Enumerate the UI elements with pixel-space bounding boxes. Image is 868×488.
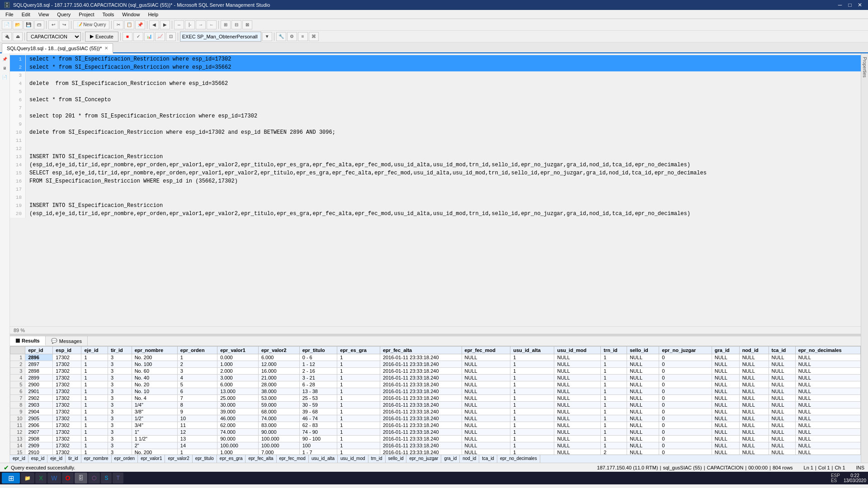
editor-line-8[interactable]: 8select top 201 * from SI_Especificacion… bbox=[10, 112, 861, 120]
editor-line-2[interactable]: 2select * from SI_Especificacion_Restric… bbox=[10, 63, 861, 71]
col-header-epr_fec_mod: epr_fec_mod bbox=[462, 347, 510, 354]
code-editor[interactable]: 1select * from SI_Especificacion_Restric… bbox=[10, 53, 861, 326]
taskbar-excel[interactable]: X bbox=[35, 473, 47, 483]
editor-line-13[interactable]: 13INSERT INTO SI_Especificacion_Restricc… bbox=[10, 153, 861, 161]
save-all-button[interactable]: 🗃 bbox=[34, 20, 44, 29]
back-button[interactable]: ◀ bbox=[149, 20, 159, 29]
cut-button[interactable]: ✂ bbox=[113, 20, 123, 29]
undo-button[interactable]: ↩ bbox=[48, 20, 58, 29]
save-button[interactable]: 💾 bbox=[24, 20, 33, 29]
table-row[interactable]: 629011730213No. 10613.00038.00013 - 3812… bbox=[10, 388, 861, 395]
table-row[interactable]: 10290517302131/2"1046.00074.00046 - 7412… bbox=[10, 415, 861, 422]
open-button[interactable]: 📂 bbox=[13, 20, 23, 29]
menu-window[interactable]: Window bbox=[118, 11, 143, 18]
menu-query[interactable]: Query bbox=[53, 11, 74, 18]
misc2-button1[interactable]: 🔧 bbox=[276, 32, 286, 41]
table-row[interactable]: 428991730213No. 4043.00021.0003 - 211201… bbox=[10, 375, 861, 381]
table-row[interactable]: 1529101730213No. 20011.0007.0001 - 71201… bbox=[10, 449, 861, 455]
outdent-button[interactable]: ← bbox=[207, 20, 217, 29]
editor-line-15[interactable]: 15SELECT esp_id,eje_id,tir_id,epr_nombre… bbox=[10, 169, 861, 177]
table-row[interactable]: 12290717302131"1274.00090.00074 - 901201… bbox=[10, 429, 861, 436]
sidebar-template[interactable]: 📄 bbox=[1, 73, 9, 81]
new-query-button[interactable]: 📝 New Query bbox=[73, 20, 109, 29]
editor-line-18[interactable]: 18 bbox=[10, 193, 861, 202]
exec-combo-input[interactable] bbox=[180, 32, 261, 42]
stop-button[interactable]: ■ bbox=[123, 32, 132, 41]
properties-panel[interactable]: Properties bbox=[861, 53, 868, 463]
redo-button[interactable]: ↪ bbox=[59, 20, 69, 29]
maximize-button[interactable]: □ bbox=[845, 1, 854, 9]
table-row[interactable]: 128961730213No. 20010.0006.0000 - 612016… bbox=[10, 354, 861, 361]
misc-button1[interactable]: ⊞ bbox=[221, 20, 231, 29]
editor-line-3[interactable]: 3 bbox=[10, 71, 861, 80]
taskbar-teams[interactable]: T bbox=[113, 473, 123, 483]
forward-button[interactable]: ▶ bbox=[160, 20, 170, 29]
editor-line-6[interactable]: 6select * from SI_Concepto bbox=[10, 96, 861, 104]
table-row[interactable]: 8290317302131/4"830.00059.00030 - 591201… bbox=[10, 402, 861, 408]
menu-view[interactable]: View bbox=[35, 11, 53, 18]
paste-button[interactable]: 📌 bbox=[135, 20, 145, 29]
connect-button[interactable]: 🔌 bbox=[2, 32, 12, 41]
taskbar-ssms[interactable]: 🗄 bbox=[75, 473, 87, 483]
editor-line-12[interactable]: 12 bbox=[10, 145, 861, 153]
comment-button[interactable]: -- bbox=[174, 20, 184, 29]
sidebar-registered-servers[interactable]: 🖥 bbox=[1, 64, 9, 72]
results-to-button[interactable]: ⊡ bbox=[166, 32, 176, 41]
copy-button[interactable]: 📋 bbox=[124, 20, 134, 29]
taskbar-vs[interactable]: ⬡ bbox=[88, 473, 100, 483]
editor-line-17[interactable]: 17 bbox=[10, 185, 861, 193]
editor-line-9[interactable]: 9 bbox=[10, 120, 861, 128]
table-row[interactable]: 9290417302133/8"939.00068.00039 - 681201… bbox=[10, 408, 861, 415]
query-tab[interactable]: SQLQuery18.sql - 18...(sql_gusSIAC (55))… bbox=[2, 43, 113, 53]
taskbar-oracle[interactable]: O bbox=[62, 473, 74, 483]
misc2-button2[interactable]: ⚙ bbox=[287, 32, 297, 41]
execute-button[interactable]: ▶ Execute bbox=[85, 32, 118, 42]
table-row[interactable]: 729021730213No. 4725.00053.00025 - 53120… bbox=[10, 395, 861, 402]
menu-edit[interactable]: Edit bbox=[18, 11, 34, 18]
close-button[interactable]: ✕ bbox=[855, 1, 864, 9]
editor-line-14[interactable]: 14(esp_id,eje_id,tir_id,epr_nombre,epr_o… bbox=[10, 161, 861, 169]
new-file-button[interactable]: 📄 bbox=[2, 20, 12, 29]
editor-line-1[interactable]: 1select * from SI_Especificacion_Restric… bbox=[10, 55, 861, 63]
editor-line-11[interactable]: 11 bbox=[10, 136, 861, 145]
minimize-button[interactable]: ─ bbox=[835, 1, 844, 9]
start-button[interactable]: ⊞ bbox=[2, 473, 20, 483]
editor-line-20[interactable]: 20(esp_id,eje_id,tir_id,epr_nombre,epr_o… bbox=[10, 210, 861, 218]
taskbar-skype[interactable]: S bbox=[101, 473, 112, 483]
editor-line-5[interactable]: 5 bbox=[10, 88, 861, 96]
parse-button[interactable]: ✓ bbox=[133, 32, 143, 41]
tab-close-icon[interactable]: ✕ bbox=[104, 46, 108, 51]
table-row[interactable]: 328981730213No. 6032.00016.0002 - 161201… bbox=[10, 368, 861, 375]
misc-button2[interactable]: ⊟ bbox=[231, 20, 241, 29]
menu-tools[interactable]: Tools bbox=[99, 11, 118, 18]
exec-dropdown[interactable]: ▼ bbox=[262, 32, 272, 41]
table-row[interactable]: 529001730213No. 2056.00028.0006 - 281201… bbox=[10, 381, 861, 388]
menu-help[interactable]: Help bbox=[144, 11, 162, 18]
menu-file[interactable]: File bbox=[2, 11, 17, 18]
results-table-container[interactable]: epr_idesp_ideje_idtir_idepr_nombreepr_or… bbox=[10, 346, 861, 455]
table-row[interactable]: 11290617302133/4"1162.00083.00062 - 8312… bbox=[10, 422, 861, 429]
table-row[interactable]: 13290817302131 1/2"1390.000100.00090 - 1… bbox=[10, 436, 861, 442]
sidebar-object-explorer[interactable]: 📌 bbox=[1, 55, 9, 63]
results-tab-messages[interactable]: 💬 Messages bbox=[46, 336, 88, 346]
editor-line-16[interactable]: 16FROM SI_Especificacion_Restriccion WHE… bbox=[10, 177, 861, 185]
include-act-button[interactable]: 📈 bbox=[155, 32, 165, 41]
database-selector[interactable]: CAPACITACION bbox=[27, 32, 81, 41]
table-row[interactable]: 228971730213No. 10021.00012.0001 - 12120… bbox=[10, 361, 861, 368]
menu-project[interactable]: Project bbox=[75, 11, 98, 18]
disconnect-button[interactable]: ⏏ bbox=[13, 32, 23, 41]
display-est-button[interactable]: 📊 bbox=[144, 32, 154, 41]
taskbar-word[interactable]: W bbox=[47, 473, 61, 483]
editor-line-10[interactable]: 10delete from SI_Especificacion_Restricc… bbox=[10, 128, 861, 136]
editor-line-7[interactable]: 7 bbox=[10, 104, 861, 112]
table-row[interactable]: 14290917302132"14100.000100.00010012016-… bbox=[10, 442, 861, 449]
editor-line-19[interactable]: 19INSERT INTO SI_Especificacion_Restricc… bbox=[10, 202, 861, 210]
results-tab-results[interactable]: ▦ Results bbox=[10, 336, 46, 346]
uncomment-button[interactable]: |- bbox=[185, 20, 195, 29]
taskbar-file-explorer[interactable]: 📁 bbox=[21, 473, 34, 483]
misc-button3[interactable]: ⊠ bbox=[242, 20, 252, 29]
misc2-button3[interactable]: ≡ bbox=[298, 32, 308, 41]
indent-button[interactable]: → bbox=[196, 20, 206, 29]
misc2-button4[interactable]: ⌘ bbox=[309, 32, 319, 41]
editor-line-4[interactable]: 4delete from SI_Especificacion_Restricci… bbox=[10, 80, 861, 88]
